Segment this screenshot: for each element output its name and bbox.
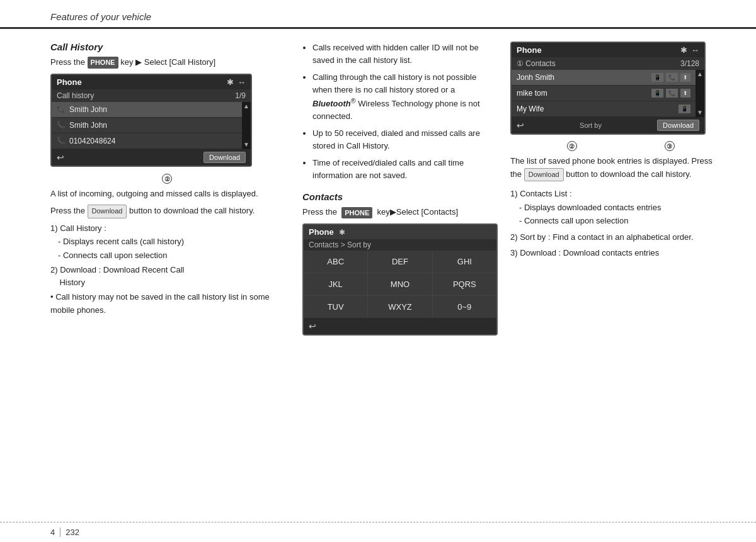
right-numbered-list: 1) Contacts List : - Displays downloaded…	[510, 188, 718, 259]
phone-bottom-left: ↩ Download	[52, 149, 251, 166]
sort-by-label: Sort by	[580, 121, 602, 129]
phone-screen-right: Phone ✱ ↔ ① Contacts 3/128 Jonh Smith 📱 …	[510, 42, 706, 135]
back-arrow-contacts: ↩	[309, 321, 316, 331]
left-column: Call History Press the PHONE key ▶ Selec…	[50, 42, 284, 336]
download-btn-inline-left[interactable]: Download	[88, 205, 127, 218]
bluetooth-icon-contacts: ✱	[339, 228, 345, 237]
phone-rows-left: 📞 Smith John 📞 Smith John 📞 010	[52, 102, 251, 149]
right-topbar-icons: ✱ ↔	[680, 45, 699, 55]
circle-2-left: ②	[50, 173, 284, 184]
right-list-1: 1) Contacts List :	[510, 188, 718, 200]
phone-key-badge-contacts: PHONE	[341, 207, 372, 219]
call-icon-2: 📞	[57, 121, 66, 129]
bluetooth-icon: ✱	[227, 77, 234, 87]
contacts-grid: ABC DEF GHI JKL MNO PQRS TUV WXYZ 0~9	[304, 251, 496, 318]
footer-num: 4	[50, 528, 60, 537]
phone-screen-left: Phone ✱ ↔ Call history 1/9 📞 Smith John	[50, 74, 252, 167]
grid-def[interactable]: DEF	[368, 251, 432, 273]
list-item-1: 1) Call History :	[50, 222, 284, 235]
grid-09[interactable]: 0~9	[433, 296, 496, 318]
right-desc: The list of saved phone book entries is …	[510, 155, 718, 181]
contact-icon-3a: 📱	[679, 104, 690, 113]
right-list-2: 2) Sort by : Find a contact in an alphab…	[510, 231, 718, 244]
download-btn-left[interactable]: Download	[203, 152, 246, 163]
body-text-1: A list of incoming, outgoing and missed …	[50, 188, 284, 201]
bluetooth-icon-right: ✱	[680, 45, 687, 55]
phone-row-1: 📞 Smith John	[52, 102, 242, 118]
download-inline-right[interactable]: Download	[524, 168, 564, 182]
circle-3-right: ③	[665, 141, 675, 151]
call-history-intro: Press the PHONE key ▶ Select [Call Histo…	[50, 56, 284, 69]
circle-2-right: ②	[567, 141, 577, 151]
bullet-1: Calls received with hidden caller ID wil…	[312, 42, 491, 66]
grid-jkl[interactable]: JKL	[304, 273, 367, 295]
right-list-3: 3) Download : Download contacts entries	[510, 247, 718, 259]
call-history-title: Call History	[50, 42, 284, 52]
contacts-subbar: Contacts > Sort by	[304, 239, 496, 251]
download-btn-right[interactable]: Download	[657, 120, 699, 131]
right-column: Phone ✱ ↔ ① Contacts 3/128 Jonh Smith 📱 …	[510, 42, 718, 336]
phone-row-2: 📞 Smith John	[52, 118, 242, 133]
main-content: Call History Press the PHONE key ▶ Selec…	[0, 29, 756, 348]
contact-icon-1a: 📱	[651, 73, 663, 82]
contacts-title: Contacts	[302, 191, 491, 202]
circle-labels-right: ② ③	[510, 141, 718, 151]
left-numbered-list: 1) Call History : - Displays recent call…	[50, 222, 284, 289]
contact-row-1: Jonh Smith 📱 📞 ⬆	[512, 70, 696, 86]
scroll-down-left: ▼	[243, 142, 249, 148]
call-icon-1: 📞	[57, 105, 66, 113]
phone-title-left: Phone	[57, 77, 82, 87]
contacts-topbar: Phone ✱	[304, 225, 496, 239]
contacts-bottom: ↩	[304, 318, 496, 334]
bullet-text-left: • Call history may not be saved in the c…	[50, 291, 284, 317]
call-icon-3: 📞	[57, 137, 66, 145]
grid-tuv[interactable]: TUV	[304, 296, 367, 318]
signal-icon-right: ↔	[691, 45, 699, 55]
list-item-2: 2) Download : Download Recent Call Histo…	[50, 264, 284, 288]
phone-row-3: 📞 01042048624	[52, 133, 242, 149]
right-list-1a: - Displays downloaded contacts entries	[519, 201, 718, 214]
phone-subbar-left: Call history 1/9	[52, 89, 251, 102]
list-item-1a: - Displays recent calls (call history)	[58, 235, 284, 248]
grid-pqrs[interactable]: PQRS	[433, 273, 496, 295]
contact-row-3: My Wife 📱	[512, 101, 696, 117]
right-bottom-bar: ↩ Sort by Download	[512, 117, 704, 133]
header-title: Features of your vehicle	[50, 11, 151, 22]
contacts-phone-title: Phone	[309, 227, 334, 237]
contact-icon-1b: 📞	[666, 73, 678, 82]
phone-scroll-left: ▲ ▼	[242, 102, 251, 149]
right-rows: Jonh Smith 📱 📞 ⬆ mike tom 📱 📞 ⬆	[512, 70, 704, 117]
phone-title-right: Phone	[517, 45, 542, 55]
contact-icon-2c: ⬆	[680, 89, 690, 98]
right-list-1b: - Connects call upon selection	[519, 215, 718, 227]
contact-icon-1c: ⬆	[680, 73, 690, 82]
body-text-2: Press the Download button to download th…	[50, 205, 284, 218]
contact-row-2: mike tom 📱 📞 ⬆	[512, 86, 696, 101]
grid-abc[interactable]: ABC	[304, 251, 367, 273]
grid-wxyz[interactable]: WXYZ	[368, 296, 432, 318]
grid-mno[interactable]: MNO	[368, 273, 432, 295]
bullet-list-middle: Calls received with hidden caller ID wil…	[302, 42, 491, 181]
bullet-3: Up to 50 received, dialed and missed cal…	[312, 127, 491, 152]
page-footer: 4 232	[0, 522, 756, 542]
scroll-down-right: ▼	[697, 110, 703, 116]
back-arrow-left: ↩	[57, 152, 64, 162]
contact-icon-2a: 📱	[651, 89, 663, 98]
phone-topbar-icons: ✱ ↔	[227, 77, 246, 87]
phone-key-badge: PHONE	[88, 57, 118, 69]
contacts-intro: Press the PHONE key▶Select [Contacts]	[302, 206, 491, 218]
back-arrow-right: ↩	[517, 120, 524, 130]
phone-topbar-left: Phone ✱ ↔	[52, 75, 251, 89]
bullet-4: Time of received/dialed calls and call t…	[312, 157, 491, 181]
middle-column: Calls received with hidden caller ID wil…	[302, 42, 491, 336]
right-subbar: ① Contacts 3/128	[512, 57, 704, 70]
contact-icon-2b: 📞	[666, 89, 678, 98]
grid-ghi[interactable]: GHI	[433, 251, 496, 273]
list-item-1b: - Connects call upon selection	[58, 249, 284, 262]
right-topbar: Phone ✱ ↔	[512, 43, 704, 57]
scroll-up-right: ▲	[697, 71, 703, 77]
page-header: Features of your vehicle	[0, 0, 756, 29]
phone-scroll-right: ▲ ▼	[696, 70, 704, 117]
bullet-2: Calling through the call history is not …	[312, 71, 491, 122]
signal-icon: ↔	[238, 77, 246, 87]
